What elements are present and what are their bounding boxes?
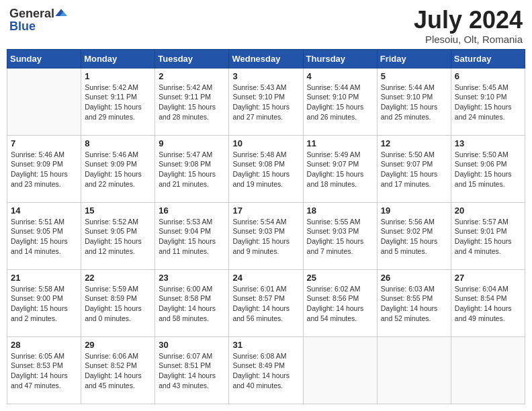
day-number: 12	[381, 138, 447, 148]
day-number: 31	[232, 340, 299, 350]
day-info: Sunrise: 5:44 AMSunset: 9:10 PMDaylight:…	[381, 83, 447, 122]
day-number: 19	[381, 205, 447, 216]
day-info: Sunrise: 5:59 AMSunset: 8:59 PMDaylight:…	[85, 284, 151, 324]
day-number: 24	[232, 273, 299, 283]
calendar-table: SundayMondayTuesdayWednesdayThursdayFrid…	[7, 49, 525, 404]
calendar-cell: 9Sunrise: 5:47 AMSunset: 9:08 PMDaylight…	[155, 135, 229, 202]
calendar-cell: 5Sunrise: 5:44 AMSunset: 9:10 PMDaylight…	[377, 68, 451, 135]
day-info: Sunrise: 5:48 AMSunset: 9:08 PMDaylight:…	[232, 150, 299, 189]
calendar-cell: 16Sunrise: 5:53 AMSunset: 9:04 PMDayligh…	[155, 202, 229, 269]
day-number: 8	[85, 138, 151, 148]
weekday-header-thursday: Thursday	[303, 49, 377, 68]
day-info: Sunrise: 5:47 AMSunset: 9:08 PMDaylight:…	[159, 150, 225, 189]
day-info: Sunrise: 6:00 AMSunset: 8:58 PMDaylight:…	[159, 284, 225, 324]
logo-blue: Blue	[9, 20, 36, 32]
calendar-cell	[303, 336, 377, 404]
day-info: Sunrise: 5:52 AMSunset: 9:05 PMDaylight:…	[85, 217, 151, 257]
calendar-cell: 8Sunrise: 5:46 AMSunset: 9:09 PMDaylight…	[81, 135, 155, 202]
day-info: Sunrise: 6:02 AMSunset: 8:56 PMDaylight:…	[307, 284, 373, 324]
calendar-cell	[451, 336, 525, 404]
day-number: 17	[232, 205, 299, 216]
day-info: Sunrise: 5:57 AMSunset: 9:01 PMDaylight:…	[455, 217, 521, 257]
day-info: Sunrise: 5:56 AMSunset: 9:02 PMDaylight:…	[381, 217, 447, 257]
day-number: 20	[455, 205, 521, 216]
day-number: 27	[455, 273, 521, 283]
weekday-header-sunday: Sunday	[7, 49, 81, 68]
day-info: Sunrise: 5:53 AMSunset: 9:04 PMDaylight:…	[159, 217, 225, 257]
calendar-cell: 31Sunrise: 6:08 AMSunset: 8:49 PMDayligh…	[229, 336, 303, 404]
logo-general: General	[9, 7, 54, 19]
day-info: Sunrise: 5:49 AMSunset: 9:07 PMDaylight:…	[307, 150, 373, 189]
day-info: Sunrise: 5:42 AMSunset: 9:11 PMDaylight:…	[85, 83, 151, 122]
calendar-cell: 11Sunrise: 5:49 AMSunset: 9:07 PMDayligh…	[303, 135, 377, 202]
day-info: Sunrise: 5:50 AMSunset: 9:07 PMDaylight:…	[381, 150, 447, 189]
calendar-cell: 29Sunrise: 6:06 AMSunset: 8:52 PMDayligh…	[81, 336, 155, 404]
day-info: Sunrise: 6:04 AMSunset: 8:54 PMDaylight:…	[455, 284, 521, 324]
week-row-3: 14Sunrise: 5:51 AMSunset: 9:05 PMDayligh…	[7, 202, 525, 269]
week-row-5: 28Sunrise: 6:05 AMSunset: 8:53 PMDayligh…	[7, 336, 525, 404]
header: General Blue July 2024 Plesoiu, Olt, Rom…	[7, 7, 525, 45]
day-info: Sunrise: 5:46 AMSunset: 9:09 PMDaylight:…	[11, 150, 77, 189]
weekday-header-friday: Friday	[377, 49, 451, 68]
week-row-2: 7Sunrise: 5:46 AMSunset: 9:09 PMDaylight…	[7, 135, 525, 202]
calendar-cell: 10Sunrise: 5:48 AMSunset: 9:08 PMDayligh…	[229, 135, 303, 202]
day-info: Sunrise: 5:54 AMSunset: 9:03 PMDaylight:…	[232, 217, 299, 257]
calendar-cell: 22Sunrise: 5:59 AMSunset: 8:59 PMDayligh…	[81, 269, 155, 336]
day-number: 29	[85, 340, 151, 350]
day-number: 3	[232, 71, 299, 81]
calendar-cell	[377, 336, 451, 404]
day-number: 1	[85, 71, 151, 81]
day-info: Sunrise: 6:06 AMSunset: 8:52 PMDaylight:…	[85, 351, 151, 391]
calendar-cell: 4Sunrise: 5:44 AMSunset: 9:10 PMDaylight…	[303, 68, 377, 135]
calendar-cell: 28Sunrise: 6:05 AMSunset: 8:53 PMDayligh…	[7, 336, 81, 404]
day-info: Sunrise: 6:05 AMSunset: 8:53 PMDaylight:…	[11, 351, 77, 391]
calendar-cell: 30Sunrise: 6:07 AMSunset: 8:51 PMDayligh…	[155, 336, 229, 404]
day-number: 16	[159, 205, 225, 216]
day-info: Sunrise: 5:45 AMSunset: 9:10 PMDaylight:…	[455, 83, 521, 122]
logo-icon	[54, 7, 68, 20]
calendar-cell: 6Sunrise: 5:45 AMSunset: 9:10 PMDaylight…	[451, 68, 525, 135]
day-number: 30	[159, 340, 225, 350]
weekday-header-wednesday: Wednesday	[229, 49, 303, 68]
calendar-cell: 21Sunrise: 5:58 AMSunset: 9:00 PMDayligh…	[7, 269, 81, 336]
day-number: 4	[307, 71, 373, 81]
calendar-cell: 27Sunrise: 6:04 AMSunset: 8:54 PMDayligh…	[451, 269, 525, 336]
calendar-cell: 12Sunrise: 5:50 AMSunset: 9:07 PMDayligh…	[377, 135, 451, 202]
day-number: 9	[159, 138, 225, 148]
day-number: 5	[381, 71, 447, 81]
calendar-cell: 18Sunrise: 5:55 AMSunset: 9:03 PMDayligh…	[303, 202, 377, 269]
calendar-title: July 2024	[414, 7, 523, 34]
calendar-cell: 13Sunrise: 5:50 AMSunset: 9:06 PMDayligh…	[451, 135, 525, 202]
day-number: 10	[232, 138, 299, 148]
calendar-cell: 25Sunrise: 6:02 AMSunset: 8:56 PMDayligh…	[303, 269, 377, 336]
day-number: 7	[11, 138, 77, 148]
day-info: Sunrise: 6:07 AMSunset: 8:51 PMDaylight:…	[159, 351, 225, 391]
calendar-cell: 14Sunrise: 5:51 AMSunset: 9:05 PMDayligh…	[7, 202, 81, 269]
week-row-4: 21Sunrise: 5:58 AMSunset: 9:00 PMDayligh…	[7, 269, 525, 336]
day-info: Sunrise: 5:58 AMSunset: 9:00 PMDaylight:…	[11, 284, 77, 324]
day-info: Sunrise: 6:08 AMSunset: 8:49 PMDaylight:…	[232, 351, 299, 391]
day-number: 2	[159, 71, 225, 81]
day-info: Sunrise: 5:50 AMSunset: 9:06 PMDaylight:…	[455, 150, 521, 189]
weekday-header-saturday: Saturday	[451, 49, 525, 68]
calendar-cell: 2Sunrise: 5:42 AMSunset: 9:11 PMDaylight…	[155, 68, 229, 135]
logo: General Blue	[9, 7, 68, 32]
calendar-cell: 24Sunrise: 6:01 AMSunset: 8:57 PMDayligh…	[229, 269, 303, 336]
calendar-cell: 19Sunrise: 5:56 AMSunset: 9:02 PMDayligh…	[377, 202, 451, 269]
calendar-cell: 3Sunrise: 5:43 AMSunset: 9:10 PMDaylight…	[229, 68, 303, 135]
calendar-cell: 17Sunrise: 5:54 AMSunset: 9:03 PMDayligh…	[229, 202, 303, 269]
day-info: Sunrise: 5:55 AMSunset: 9:03 PMDaylight:…	[307, 217, 373, 257]
day-number: 25	[307, 273, 373, 283]
day-info: Sunrise: 5:46 AMSunset: 9:09 PMDaylight:…	[85, 150, 151, 189]
day-number: 26	[381, 273, 447, 283]
calendar-cell: 23Sunrise: 6:00 AMSunset: 8:58 PMDayligh…	[155, 269, 229, 336]
calendar-cell	[7, 68, 81, 135]
day-number: 11	[307, 138, 373, 148]
weekday-header-row: SundayMondayTuesdayWednesdayThursdayFrid…	[7, 49, 525, 68]
day-number: 14	[11, 205, 77, 216]
day-number: 23	[159, 273, 225, 283]
day-info: Sunrise: 6:01 AMSunset: 8:57 PMDaylight:…	[232, 284, 299, 324]
day-number: 13	[455, 138, 521, 148]
calendar-subtitle: Plesoiu, Olt, Romania	[414, 34, 523, 45]
day-number: 28	[11, 340, 77, 350]
